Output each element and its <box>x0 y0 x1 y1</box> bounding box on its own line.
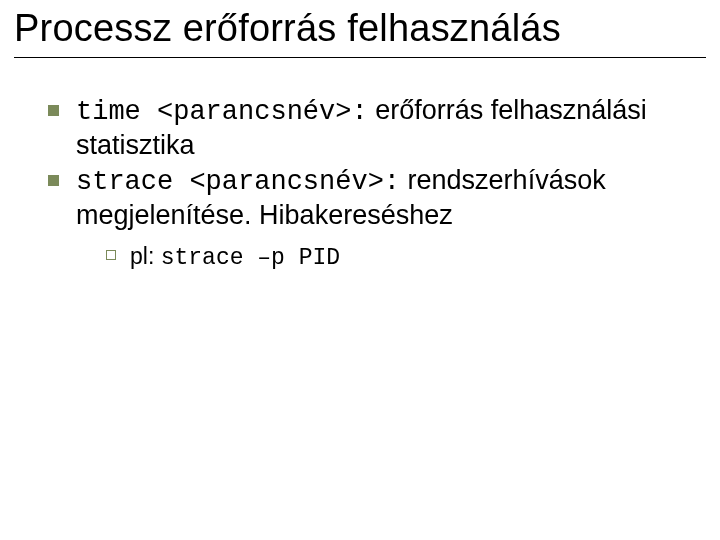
sub-bullet-item: pl: strace –p PID <box>102 242 686 272</box>
sub-bullet-lead: pl: <box>130 243 161 269</box>
slide: Processz erőforrás felhasználás time <pa… <box>0 0 720 540</box>
slide-body: time <parancsnév>: erőforrás felhasználá… <box>0 58 720 272</box>
sub-bullet-code: strace –p PID <box>161 245 340 271</box>
title-wrap: Processz erőforrás felhasználás <box>0 0 720 58</box>
bullet-item: time <parancsnév>: erőforrás felhasználá… <box>44 94 686 162</box>
slide-title: Processz erőforrás felhasználás <box>14 6 706 51</box>
bullet-code: strace <parancsnév>: <box>76 167 400 197</box>
bullet-item: strace <parancsnév>: rendszerhívások meg… <box>44 164 686 272</box>
bullet-code: time <parancsnév>: <box>76 97 368 127</box>
sub-bullet-list: pl: strace –p PID <box>76 242 686 272</box>
bullet-list: time <parancsnév>: erőforrás felhasználá… <box>44 94 686 272</box>
